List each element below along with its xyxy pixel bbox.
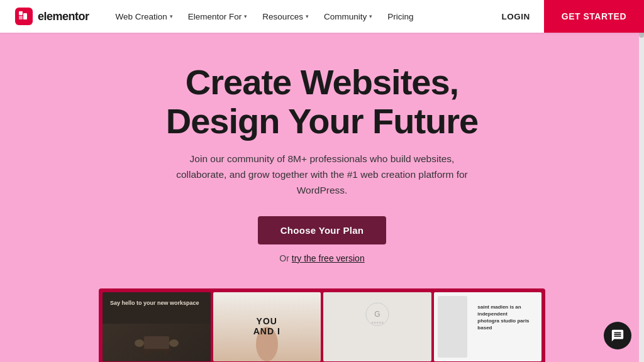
nav-links: Web Creation ▾ Elementor For ▾ Resources… <box>109 8 496 25</box>
get-started-button[interactable]: GET STARTED <box>544 0 644 33</box>
nav-resources[interactable]: Resources ▾ <box>256 8 315 25</box>
svg-rect-3 <box>144 336 169 349</box>
hero-title: Create Websites, Design Your Future <box>13 63 631 140</box>
showcase-card-4: saint madlen is an independent photogra … <box>434 292 542 361</box>
login-button[interactable]: LOGIN <box>496 8 536 25</box>
navbar: elementor Web Creation ▾ Elementor For ▾… <box>0 0 644 33</box>
showcase-card-1: Say hello to your new workspace <box>103 292 211 361</box>
hero-subtitle: Join our community of 8M+ professionals … <box>165 151 479 198</box>
logo-icon <box>15 8 33 25</box>
nav-web-creation[interactable]: Web Creation ▾ <box>109 8 179 25</box>
showcase-wrapper: Say hello to your new workspace YOU AN <box>0 288 644 362</box>
svg-rect-5 <box>146 349 148 355</box>
svg-text:G: G <box>374 310 380 319</box>
svg-rect-0 <box>19 11 23 15</box>
nav-pricing[interactable]: Pricing <box>381 8 419 25</box>
svg-rect-2 <box>23 13 27 19</box>
svg-rect-8 <box>169 339 179 347</box>
chevron-down-icon: ▾ <box>170 13 173 19</box>
chevron-down-icon: ▾ <box>369 13 372 19</box>
showcase-card-2: YOU AND I <box>213 292 321 361</box>
svg-rect-4 <box>141 349 172 351</box>
chevron-down-icon: ▾ <box>306 13 309 19</box>
chevron-down-icon: ▾ <box>244 13 247 19</box>
free-version-link[interactable]: try the free version <box>292 253 365 263</box>
svg-rect-1 <box>19 16 23 19</box>
svg-text:★★★★★: ★★★★★ <box>371 321 384 324</box>
logo-link[interactable]: elementor <box>15 8 89 25</box>
nav-right: LOGIN GET STARTED <box>496 0 630 33</box>
chat-widget[interactable] <box>604 322 631 349</box>
nav-elementor-for[interactable]: Elementor For ▾ <box>182 8 254 25</box>
hero-section: Create Websites, Design Your Future Join… <box>0 33 644 283</box>
logo-text: elementor <box>38 10 89 23</box>
choose-plan-button[interactable]: Choose Your Plan <box>258 216 387 244</box>
showcase-card-3: G ★★★★★ <box>323 292 431 361</box>
scrollbar[interactable] <box>639 0 644 362</box>
hero-or-text: Or try the free version <box>13 253 631 263</box>
nav-community[interactable]: Community ▾ <box>318 8 379 25</box>
svg-rect-7 <box>135 339 144 347</box>
showcase-grid: Say hello to your new workspace YOU AN <box>99 288 545 362</box>
svg-rect-6 <box>165 349 167 355</box>
